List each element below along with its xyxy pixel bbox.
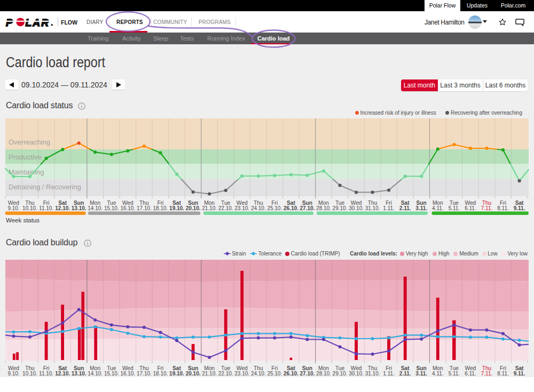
svg-text:16.10.: 16.10.: [120, 371, 135, 377]
svg-text:21.10.: 21.10.: [202, 371, 217, 377]
svg-text:29.10.: 29.10.: [333, 205, 348, 211]
svg-text:13.10.: 13.10.: [72, 371, 87, 377]
svg-text:30.10.: 30.10.: [349, 205, 364, 211]
svg-text:8.11.: 8.11.: [497, 205, 509, 211]
svg-text:29.10.: 29.10.: [333, 371, 348, 377]
svg-text:15.10.: 15.10.: [104, 371, 119, 377]
svg-text:3.11.: 3.11.: [415, 205, 427, 211]
svg-text:2.11.: 2.11.: [399, 205, 411, 211]
svg-text:28.10.: 28.10.: [316, 205, 331, 211]
svg-text:11.10.: 11.10.: [39, 205, 53, 211]
svg-text:17.10.: 17.10.: [137, 371, 152, 377]
svg-text:10.10.: 10.10.: [22, 371, 37, 377]
svg-text:23.10.: 23.10.: [234, 205, 249, 211]
svg-text:9.11.: 9.11.: [514, 371, 525, 377]
svg-text:4.11.: 4.11.: [432, 371, 444, 377]
svg-text:1.11.: 1.11.: [383, 205, 395, 211]
svg-text:18.10.: 18.10.: [153, 371, 168, 377]
svg-text:18.10.: 18.10.: [153, 205, 168, 211]
svg-text:Overreaching: Overreaching: [9, 138, 50, 146]
svg-text:28.10.: 28.10.: [316, 371, 331, 377]
svg-text:Productive: Productive: [9, 153, 41, 161]
svg-text:19.10.: 19.10.: [169, 371, 184, 377]
svg-text:8.11.: 8.11.: [497, 371, 509, 377]
svg-text:7.11.: 7.11.: [481, 205, 493, 211]
svg-text:7.11.: 7.11.: [481, 371, 493, 377]
svg-text:2.11.: 2.11.: [399, 371, 411, 377]
svg-text:6.11.: 6.11.: [465, 371, 476, 377]
svg-text:11.10.: 11.10.: [39, 371, 53, 377]
svg-text:27.10.: 27.10.: [300, 371, 315, 377]
svg-text:22.10.: 22.10.: [218, 371, 233, 377]
svg-text:31.10.: 31.10.: [365, 205, 380, 211]
svg-text:17.10.: 17.10.: [137, 205, 152, 211]
svg-text:1.11.: 1.11.: [383, 371, 395, 377]
svg-text:26.10.: 26.10.: [284, 371, 299, 377]
svg-text:24.10.: 24.10.: [251, 205, 266, 211]
svg-text:23.10.: 23.10.: [234, 371, 249, 377]
svg-text:14.10.: 14.10.: [88, 371, 103, 377]
svg-text:Detraining / Recovering: Detraining / Recovering: [9, 183, 81, 191]
svg-text:9.10.: 9.10.: [7, 371, 19, 377]
svg-text:22.10.: 22.10.: [218, 205, 233, 211]
svg-text:13.10.: 13.10.: [72, 205, 87, 211]
svg-text:12.10.: 12.10.: [55, 371, 70, 377]
svg-text:24.10.: 24.10.: [251, 371, 266, 377]
svg-text:5.11.: 5.11.: [449, 205, 460, 211]
svg-text:16.10.: 16.10.: [120, 205, 135, 211]
svg-text:9.11.: 9.11.: [514, 205, 525, 211]
svg-text:31.10.: 31.10.: [365, 371, 380, 377]
svg-text:4.11.: 4.11.: [432, 205, 444, 211]
svg-text:26.10.: 26.10.: [284, 205, 299, 211]
svg-text:14.10.: 14.10.: [88, 205, 103, 211]
svg-text:20.10.: 20.10.: [186, 205, 201, 211]
svg-text:25.10.: 25.10.: [267, 371, 282, 377]
svg-text:9.10.: 9.10.: [7, 205, 19, 211]
svg-text:15.10.: 15.10.: [104, 205, 119, 211]
svg-text:25.10.: 25.10.: [267, 205, 282, 211]
svg-text:20.10.: 20.10.: [186, 371, 201, 377]
svg-text:19.10.: 19.10.: [169, 205, 184, 211]
svg-text:10.10.: 10.10.: [22, 205, 37, 211]
svg-text:Maintaining: Maintaining: [9, 168, 44, 176]
svg-text:12.10.: 12.10.: [55, 205, 70, 211]
svg-text:6.11.: 6.11.: [465, 205, 476, 211]
svg-text:21.10.: 21.10.: [202, 205, 217, 211]
svg-text:27.10.: 27.10.: [300, 205, 315, 211]
svg-text:30.10.: 30.10.: [349, 371, 364, 377]
svg-text:5.11.: 5.11.: [449, 371, 460, 377]
svg-text:3.11.: 3.11.: [415, 371, 427, 377]
